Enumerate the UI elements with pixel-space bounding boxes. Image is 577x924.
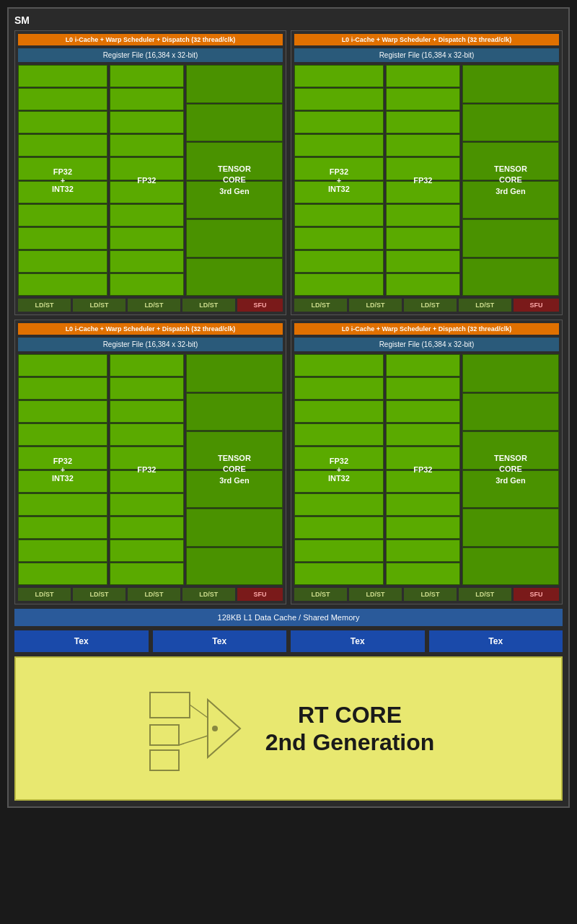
ldst-unit-3-3: LD/ST (128, 588, 180, 601)
l1-cache-bar: 128KB L1 Data Cache / Shared Memory (14, 609, 563, 626)
ldst-unit-4-2: LD/ST (349, 588, 402, 601)
ldst-unit-4-3: LD/ST (404, 588, 457, 601)
rt-core-label: RT CORE 2nd Generation (265, 701, 435, 757)
svg-line-5 (179, 736, 208, 745)
svg-line-4 (190, 705, 208, 718)
sfu-unit-4: SFU (514, 588, 559, 601)
svg-rect-0 (150, 692, 190, 718)
warp-scheduler-bar-2: L0 i-Cache + Warp Scheduler + Dispatch (… (294, 34, 559, 45)
ldst-unit-2-1: LD/ST (294, 299, 347, 312)
cores-area-4: FP32+INT32 FP32 TENSORCORE3rd Gen (294, 354, 559, 585)
fp32-block-4: FP32 (386, 354, 460, 585)
warp-scheduler-bar-4: L0 i-Cache + Warp Scheduler + Dispatch (… (294, 323, 559, 335)
ldst-unit-4-1: LD/ST (294, 588, 347, 601)
ldst-unit-2-2: LD/ST (349, 299, 402, 312)
fp32-int32-block-3: FP32+INT32 (18, 354, 107, 585)
ldst-unit-1-3: LD/ST (128, 299, 180, 312)
sm-label: SM (14, 14, 563, 26)
fp32-int32-block-1: FP32+INT32 (18, 65, 107, 296)
tex-unit-1: Tex (14, 630, 149, 652)
tensor-block-2: TENSORCORE3rd Gen (462, 65, 559, 296)
ldst-unit-3-4: LD/ST (182, 588, 235, 601)
ldst-unit-1-1: LD/ST (18, 299, 71, 312)
ldst-unit-1-2: LD/ST (73, 299, 125, 312)
bottom-units-3: LD/ST LD/ST LD/ST LD/ST SFU (18, 588, 283, 601)
fp32-int32-block-4: FP32+INT32 (294, 354, 384, 585)
bottom-units-2: LD/ST LD/ST LD/ST LD/ST SFU (294, 299, 559, 312)
svg-rect-1 (150, 725, 179, 745)
tex-unit-4: Tex (429, 630, 563, 652)
warp-scheduler-bar-3: L0 i-Cache + Warp Scheduler + Dispatch (… (18, 323, 283, 335)
sfu-unit-3: SFU (237, 588, 283, 601)
tex-row: Tex Tex Tex Tex (14, 630, 563, 652)
register-file-bar-2: Register File (16,384 x 32-bit) (294, 48, 559, 62)
ldst-unit-3-2: LD/ST (73, 588, 125, 601)
ldst-unit-3-1: LD/ST (18, 588, 71, 601)
quadrant-3: L0 i-Cache + Warp Scheduler + Dispatch (… (14, 320, 286, 604)
tex-unit-2: Tex (153, 630, 287, 652)
bottom-units-1: LD/ST LD/ST LD/ST LD/ST SFU (18, 299, 283, 312)
fp32-block-3: FP32 (110, 354, 184, 585)
svg-rect-2 (150, 750, 179, 770)
ldst-unit-4-4: LD/ST (459, 588, 511, 601)
quadrant-grid: L0 i-Cache + Warp Scheduler + Dispatch (… (14, 30, 563, 604)
fp32-int32-block-2: FP32+INT32 (294, 65, 384, 296)
ldst-unit-1-4: LD/ST (182, 299, 235, 312)
register-file-bar-1: Register File (16,384 x 32-bit) (18, 48, 283, 62)
fp32-block-2: FP32 (386, 65, 460, 296)
warp-scheduler-bar-1: L0 i-Cache + Warp Scheduler + Dispatch (… (18, 34, 283, 45)
tex-unit-3: Tex (291, 630, 425, 652)
sfu-unit-1: SFU (237, 299, 283, 312)
quadrant-1: L0 i-Cache + Warp Scheduler + Dispatch (… (14, 30, 286, 315)
sm-container: SM L0 i-Cache + Warp Scheduler + Dispatc… (7, 7, 570, 808)
sfu-unit-2: SFU (514, 299, 559, 312)
rt-core-diagram (143, 678, 244, 779)
cores-area-2: FP32+INT32 FP32 TENSORCORE3rd Gen (294, 65, 559, 296)
svg-point-6 (212, 726, 218, 731)
tensor-block-3: TENSORCORE3rd Gen (186, 354, 283, 585)
quadrant-4: L0 i-Cache + Warp Scheduler + Dispatch (… (291, 320, 563, 604)
fp32-block-1: FP32 (110, 65, 184, 296)
cores-area-3: FP32+INT32 FP32 TENSORCORE3rd Gen (18, 354, 283, 585)
ldst-unit-2-4: LD/ST (459, 299, 511, 312)
quadrant-2: L0 i-Cache + Warp Scheduler + Dispatch (… (291, 30, 563, 315)
rt-core-container: RT CORE 2nd Generation (14, 656, 563, 801)
register-file-bar-4: Register File (16,384 x 32-bit) (294, 338, 559, 351)
register-file-bar-3: Register File (16,384 x 32-bit) (18, 338, 283, 351)
cores-area-1: FP32+INT32 FP32 TENSORCORE3rd Gen (18, 65, 283, 296)
tensor-block-4: TENSORCORE3rd Gen (462, 354, 559, 585)
bottom-units-4: LD/ST LD/ST LD/ST LD/ST SFU (294, 588, 559, 601)
ldst-unit-2-3: LD/ST (404, 299, 457, 312)
tensor-block-1: TENSORCORE3rd Gen (186, 65, 283, 296)
